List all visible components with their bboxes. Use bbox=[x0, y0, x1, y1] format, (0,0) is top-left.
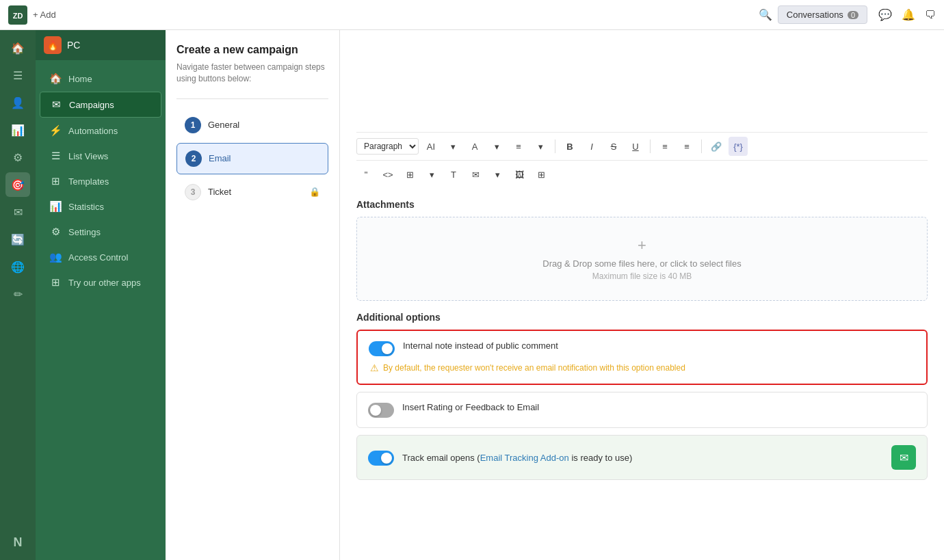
sidebar-item-automations[interactable]: ⚡ Automations bbox=[40, 118, 161, 143]
sidebar-nav: 🏠 Home ✉ Campaigns ⚡ Automations ☰ List … bbox=[36, 60, 166, 560]
bold-btn[interactable]: B bbox=[560, 137, 579, 156]
editor-inner: Paragraph AI ▾ A ▾ ≡ ▾ B I S U ≡ ≡ bbox=[340, 30, 944, 560]
rail-mail[interactable]: ✉ bbox=[5, 200, 30, 224]
track-email-label: Track email opens (Email Tracking Add-on… bbox=[402, 453, 883, 463]
internal-note-toggle[interactable] bbox=[369, 341, 395, 356]
code-btn[interactable]: <> bbox=[378, 165, 397, 184]
access-control-icon: 👥 bbox=[49, 251, 62, 263]
step-2-num: 2 bbox=[185, 150, 202, 167]
sidebar-item-settings[interactable]: ⚙ Settings bbox=[40, 219, 161, 244]
step-1-label: General bbox=[208, 120, 239, 130]
app-icon: 🔥 bbox=[44, 36, 62, 54]
align-chevron-icon[interactable]: ▾ bbox=[531, 137, 550, 156]
rail-edit[interactable]: ✏ bbox=[5, 282, 30, 306]
step-1-num: 1 bbox=[185, 117, 201, 133]
color-chevron-icon[interactable]: ▾ bbox=[487, 137, 506, 156]
bell-icon[interactable]: 🔔 bbox=[902, 8, 915, 21]
steps-title: Create a new campaign bbox=[176, 44, 328, 56]
sidebar-item-other-apps[interactable]: ⊞ Try our other apps bbox=[40, 270, 161, 295]
rail-charts[interactable]: 📊 bbox=[5, 118, 30, 142]
sidebar-item-access-control[interactable]: 👥 Access Control bbox=[40, 245, 161, 269]
internal-note-label: Internal note instead of public comment bbox=[403, 341, 915, 351]
sidebar: 🔥 PC 🏠 Home ✉ Campaigns ⚡ Automations ☰ … bbox=[36, 30, 166, 560]
conversations-badge: 0 bbox=[848, 11, 858, 19]
clear-format-btn[interactable]: T bbox=[444, 165, 463, 184]
italic-btn[interactable]: I bbox=[582, 137, 601, 156]
rail-n[interactable]: N bbox=[5, 530, 30, 555]
blockquote-btn[interactable]: " bbox=[356, 165, 376, 184]
content-area: Create a new campaign Navigate faster be… bbox=[166, 30, 944, 560]
sidebar-item-list-views[interactable]: ☰ List Views bbox=[40, 144, 161, 168]
automations-icon: ⚡ bbox=[49, 124, 62, 137]
rail-home[interactable]: 🏠 bbox=[5, 36, 30, 60]
link-btn[interactable]: 🔗 bbox=[707, 137, 726, 156]
sidebar-item-templates[interactable]: ⊞ Templates bbox=[40, 169, 161, 194]
editor-panel: Paragraph AI ▾ A ▾ ≡ ▾ B I S U ≡ ≡ bbox=[340, 30, 944, 560]
grid-btn[interactable]: ⊞ bbox=[532, 165, 551, 184]
toolbar-row-1: Paragraph AI ▾ A ▾ ≡ ▾ B I S U ≡ ≡ bbox=[356, 133, 928, 161]
ai-btn[interactable]: AI bbox=[421, 137, 441, 156]
attachment-max-size: Maximum file size is 40 MB bbox=[376, 271, 908, 281]
sidebar-item-automations-label: Automations bbox=[68, 126, 118, 136]
step-1[interactable]: 1 General bbox=[176, 110, 328, 140]
table-btn[interactable]: ⊞ bbox=[400, 165, 419, 184]
list-views-icon: ☰ bbox=[49, 150, 62, 162]
track-email-option: Track email opens (Email Tracking Add-on… bbox=[356, 435, 928, 480]
signature-btn[interactable]: ✉ bbox=[466, 165, 485, 184]
sidebar-header: 🔥 PC bbox=[36, 30, 166, 60]
internal-note-option: Internal note instead of public comment … bbox=[356, 330, 928, 385]
sidebar-item-settings-label: Settings bbox=[68, 227, 101, 237]
rail-refresh[interactable]: 🔄 bbox=[5, 227, 30, 252]
rail-campaigns[interactable]: 🎯 bbox=[5, 172, 30, 197]
step-3[interactable]: 3 Ticket 🔒 bbox=[176, 177, 328, 207]
app-name: PC bbox=[67, 40, 80, 51]
message-icon[interactable]: 🗨 bbox=[925, 9, 936, 21]
font-color-btn[interactable]: A bbox=[465, 137, 484, 156]
toolbar-divider-3 bbox=[701, 139, 702, 153]
underline-btn[interactable]: U bbox=[626, 137, 645, 156]
sidebar-item-access-control-label: Access Control bbox=[68, 252, 128, 263]
image-btn[interactable]: 🖼 bbox=[510, 165, 529, 184]
plus-icon: + bbox=[376, 237, 908, 254]
warning-text: By default, the requester won't receive … bbox=[383, 362, 685, 374]
add-button[interactable]: + Add bbox=[33, 10, 56, 20]
rating-row: Insert Rating or Feedback to Email bbox=[368, 402, 916, 418]
sidebar-item-home[interactable]: 🏠 Home bbox=[40, 66, 161, 91]
home-icon: 🏠 bbox=[49, 72, 62, 85]
steps-panel: Create a new campaign Navigate faster be… bbox=[166, 30, 340, 560]
rail-users[interactable]: 👤 bbox=[5, 90, 30, 115]
variable-btn[interactable]: {*} bbox=[729, 137, 748, 156]
toolbar-divider-2 bbox=[650, 139, 651, 153]
search-icon[interactable]: 🔍 bbox=[759, 8, 772, 22]
sidebar-item-statistics[interactable]: 📊 Statistics bbox=[40, 194, 161, 219]
attachments-label: Attachments bbox=[356, 199, 928, 210]
rail-globe[interactable]: 🌐 bbox=[5, 254, 30, 279]
sidebar-item-list-views-label: List Views bbox=[68, 151, 108, 161]
ordered-list-btn[interactable]: ≡ bbox=[677, 137, 696, 156]
step-3-num: 3 bbox=[185, 184, 201, 200]
toolbar-row-2: " <> ⊞ ▾ T ✉ ▾ 🖼 ⊞ bbox=[356, 161, 928, 188]
chat-icon[interactable]: 💬 bbox=[878, 8, 892, 21]
paragraph-select[interactable]: Paragraph bbox=[356, 138, 419, 155]
campaigns-icon: ✉ bbox=[50, 98, 62, 111]
settings-icon: ⚙ bbox=[49, 226, 62, 238]
conversations-button[interactable]: Conversations 0 bbox=[778, 5, 867, 24]
text-edit-area[interactable] bbox=[356, 44, 928, 133]
align-btn[interactable]: ≡ bbox=[509, 137, 528, 156]
step-2[interactable]: 2 Email bbox=[176, 143, 328, 174]
rail-list[interactable]: ☰ bbox=[5, 63, 30, 88]
sidebar-item-campaigns[interactable]: ✉ Campaigns bbox=[40, 92, 161, 118]
chevron-down-icon[interactable]: ▾ bbox=[443, 137, 462, 156]
strikethrough-btn[interactable]: S bbox=[604, 137, 623, 156]
icon-rail: 🏠 ☰ 👤 📊 ⚙ 🎯 ✉ 🔄 🌐 ✏ N bbox=[0, 30, 36, 560]
rail-settings[interactable]: ⚙ bbox=[5, 145, 30, 170]
tracking-addon-link[interactable]: Email Tracking Add-on bbox=[480, 453, 569, 463]
track-email-toggle[interactable] bbox=[368, 451, 394, 466]
table-chevron-icon[interactable]: ▾ bbox=[422, 165, 441, 184]
sig-chevron-icon[interactable]: ▾ bbox=[488, 165, 507, 184]
bullet-list-btn[interactable]: ≡ bbox=[655, 137, 674, 156]
attachment-dropzone[interactable]: + Drag & Drop some files here, or click … bbox=[356, 217, 928, 301]
rating-toggle[interactable] bbox=[368, 403, 394, 418]
conversations-label: Conversations bbox=[787, 10, 843, 20]
statistics-icon: 📊 bbox=[49, 200, 62, 213]
